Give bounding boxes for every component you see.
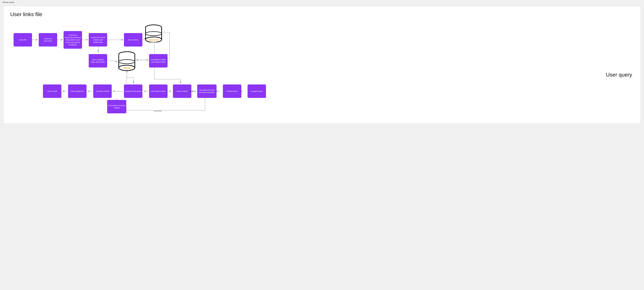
node-get-chunks-nodes: get chunks nodes bbox=[149, 85, 168, 98]
node-chunk-doc: Chunk the document (prioritise keep tabl… bbox=[64, 31, 82, 49]
node-get-keywords: Get High level and low level keywords bbox=[197, 85, 216, 98]
db-neo4j: Neo4j bbox=[118, 51, 135, 71]
node-parse-doc: Parse the document bbox=[39, 33, 57, 47]
node-extract-chunk: extract the chunk entities and relations… bbox=[89, 33, 107, 47]
node-store-vectors: store vectors bbox=[124, 33, 142, 47]
diagram-container: User links file User query bbox=[3, 6, 641, 124]
node-combine-results: Combine results bbox=[93, 85, 112, 98]
svg-text:pinecone: pinecone bbox=[148, 39, 159, 41]
svg-line-8 bbox=[108, 60, 118, 62]
diagram-title: User links file bbox=[10, 11, 634, 18]
node-ai-agent-query: ai agent query bbox=[248, 85, 266, 98]
node-embed-query: embed query bbox=[223, 85, 241, 98]
db-pinecone: pinecone bbox=[145, 24, 162, 42]
node-clean-dupes: Clean duplicates bbox=[68, 85, 86, 98]
node-transpose-graph: transpose the graph bbox=[124, 85, 142, 98]
window-title: Retrival system bbox=[1, 1, 16, 4]
svg-text:Neo4j: Neo4j bbox=[124, 67, 130, 69]
svg-point-31 bbox=[119, 60, 135, 64]
label-low-level: low level bbox=[154, 110, 162, 112]
user-query-title: User query bbox=[606, 72, 632, 78]
node-return-result: return result bbox=[43, 85, 62, 98]
node-text-match: Text match on chunk content bbox=[107, 100, 126, 113]
node-store-relations: Store relations ships and entities bbox=[89, 54, 107, 68]
svg-point-24 bbox=[146, 32, 162, 36]
node-users-file: users file bbox=[14, 33, 32, 47]
label-high-level: High level bbox=[188, 90, 196, 92]
node-consolidate: consolidate entities and relationships bbox=[149, 54, 168, 68]
